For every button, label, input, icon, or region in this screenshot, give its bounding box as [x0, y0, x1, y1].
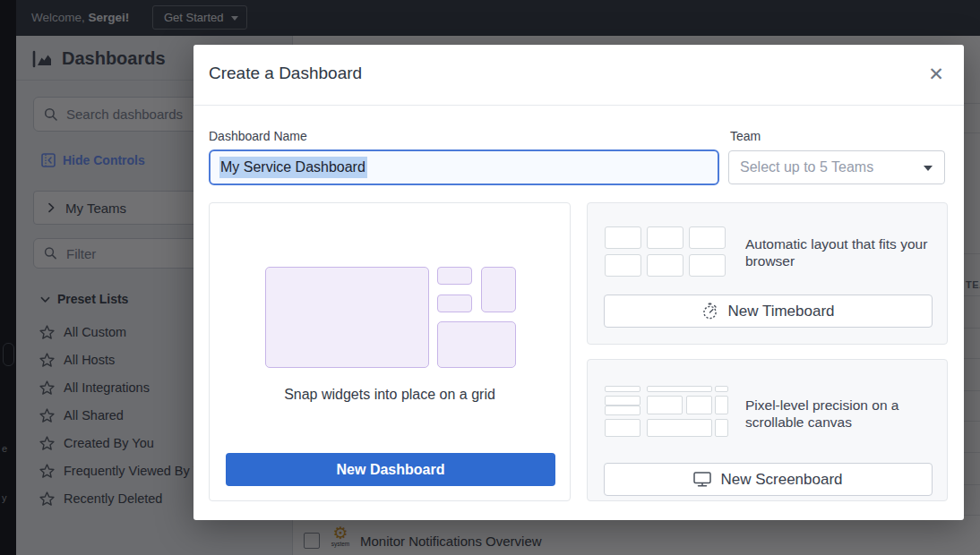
- selected-text: My Service Dashboard: [219, 157, 367, 178]
- card-description: Pixel-level precision on a scrollable ca…: [745, 397, 944, 431]
- divider: [193, 105, 964, 106]
- team-select[interactable]: Select up to 5 Teams: [728, 150, 945, 184]
- screenboard-card: Pixel-level precision on a scrollable ca…: [587, 359, 948, 501]
- stopwatch-icon: [701, 303, 718, 320]
- chevron-down-icon: [924, 166, 933, 171]
- new-timeboard-button[interactable]: New Timeboard: [604, 295, 933, 328]
- grid-dashboard-card: Snap widgets into place on a grid New Da…: [209, 202, 571, 501]
- create-dashboard-modal: Create a Dashboard ✕ Dashboard Name My S…: [193, 45, 964, 520]
- new-screenboard-button[interactable]: New Screenboard: [604, 463, 933, 496]
- card-caption: Snap widgets into place on a grid: [210, 387, 570, 403]
- close-icon[interactable]: ✕: [923, 61, 950, 88]
- new-dashboard-button[interactable]: New Dashboard: [226, 453, 555, 486]
- modal-title: Create a Dashboard: [209, 64, 362, 83]
- team-label: Team: [730, 129, 761, 143]
- free-layout-illustration: [605, 386, 730, 437]
- card-description: Automatic layout that fits your browser: [745, 235, 944, 269]
- auto-layout-illustration: [605, 226, 730, 278]
- dashboard-name-input[interactable]: My Service Dashboard: [209, 149, 719, 185]
- timeboard-card: Automatic layout that fits your browser …: [587, 202, 948, 345]
- monitor-icon: [693, 472, 711, 487]
- grid-layout-illustration: [265, 267, 516, 368]
- dashboard-name-label: Dashboard Name: [209, 129, 307, 143]
